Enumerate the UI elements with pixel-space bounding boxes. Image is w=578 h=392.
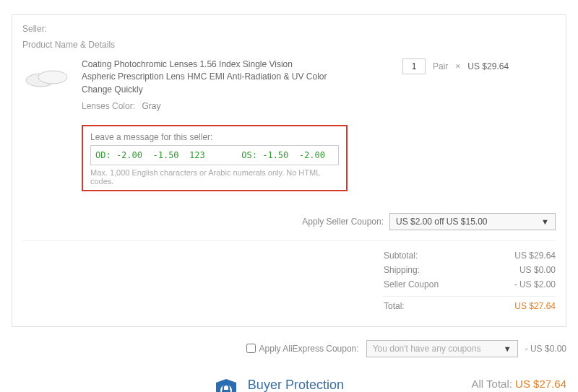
seller-message-block: Leave a message for this seller: Max. 1,…	[82, 125, 348, 191]
seller-coupon-line-value: - US $2.00	[514, 279, 556, 289]
express-coupon-label: Apply AliExpress Coupon:	[246, 344, 359, 354]
buyer-protection-title: Buyer Protection	[248, 378, 437, 392]
seller-label: Seller:	[22, 21, 556, 37]
express-coupon-select[interactable]: You don't have any coupons ▼	[366, 340, 518, 357]
unit-price: US $29.64	[467, 61, 509, 71]
all-total-label: All Total:	[472, 378, 512, 390]
express-coupon-text: Apply AliExpress Coupon:	[259, 344, 359, 354]
times-symbol: ×	[455, 61, 460, 71]
subtotal-value: US $29.64	[514, 251, 556, 261]
quantity-input[interactable]	[402, 58, 426, 74]
unit-label: Pair	[433, 61, 448, 71]
total-label: Total:	[384, 301, 405, 311]
shipping-value: US $0.00	[519, 265, 556, 275]
message-label: Leave a message for this seller:	[90, 132, 339, 142]
express-coupon-placeholder: You don't have any coupons	[373, 344, 481, 354]
total-value: US $27.64	[514, 301, 556, 311]
seller-message-input[interactable]	[90, 145, 339, 165]
seller-coupon-select[interactable]: US $2.00 off US $15.00 ▼	[389, 213, 556, 230]
seller-coupon-selected: US $2.00 off US $15.00	[396, 217, 488, 227]
subtotal-label: Subtotal:	[384, 251, 418, 261]
buyer-protection-block: Buyer Protection ☑ Full Refund if you do…	[213, 378, 437, 392]
all-total-value: US $27.64	[515, 378, 566, 390]
express-coupon-checkbox[interactable]	[246, 344, 256, 353]
product-thumbnail	[22, 58, 72, 96]
shipping-label: Shipping:	[384, 265, 420, 275]
message-hint: Max. 1,000 English characters or Arabic …	[90, 168, 339, 186]
seller-coupon-line-label: Seller Coupon	[384, 279, 439, 289]
product-row: Coating Photochromic Lenses 1.56 Index S…	[22, 58, 556, 113]
order-box: Seller: Product Name & Details Coating P…	[12, 14, 566, 327]
option-value: Gray	[142, 101, 160, 111]
shield-icon	[213, 378, 239, 392]
product-title: Coating Photochromic Lenses 1.56 Index S…	[82, 58, 327, 96]
seller-coupon-label: Apply Seller Coupon:	[302, 217, 384, 227]
chevron-down-icon: ▼	[504, 344, 512, 353]
svg-rect-3	[222, 390, 230, 392]
svg-point-1	[38, 71, 67, 84]
option-label: Lenses Color:	[82, 101, 135, 111]
express-coupon-amount: - US $0.00	[525, 344, 566, 354]
product-name-details-label: Product Name & Details	[22, 37, 556, 58]
chevron-down-icon: ▼	[541, 217, 549, 226]
